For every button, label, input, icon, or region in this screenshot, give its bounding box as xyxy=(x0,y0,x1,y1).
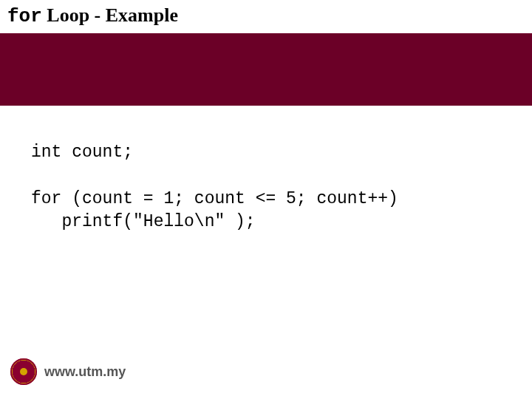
title-rest: Loop - Example xyxy=(42,4,178,26)
title-keyword: for xyxy=(7,5,42,27)
footer-url: www.utm.my xyxy=(44,364,126,380)
footer: www.utm.my xyxy=(0,344,532,399)
title-band: for Loop - Example xyxy=(0,0,532,33)
code-line-3: printf("Hello\n" ); xyxy=(31,211,502,233)
code-line-2: for (count = 1; count <= 5; count++) xyxy=(31,188,502,211)
content-area: int count; for (count = 1; count <= 5; c… xyxy=(0,106,532,233)
utm-logo-icon xyxy=(10,358,37,385)
header-bar xyxy=(0,33,532,106)
code-line-1: int count; xyxy=(31,141,502,164)
